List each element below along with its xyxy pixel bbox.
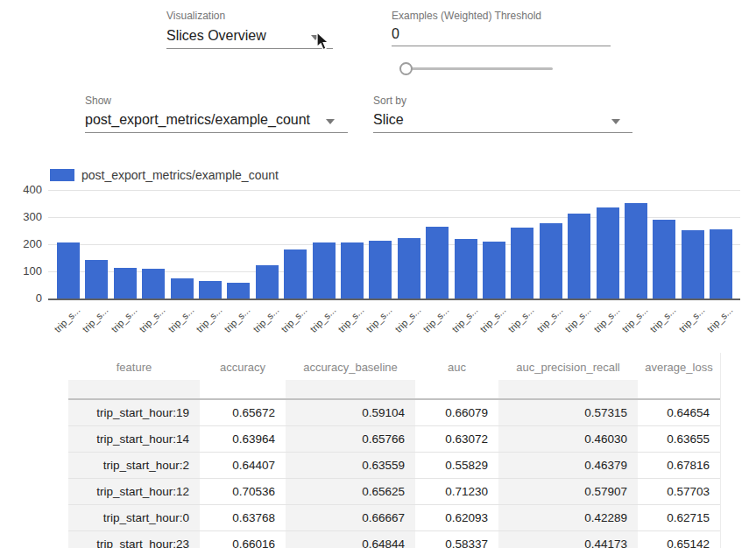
column-header-feature[interactable]: feature	[68, 353, 200, 380]
threshold-input[interactable]: 0	[392, 26, 611, 42]
metric-cell: 0.46030	[498, 426, 638, 452]
show-select-value[interactable]: post_export_metrics/example_count	[85, 112, 348, 128]
visualization-select-value[interactable]: Slices Overview	[166, 28, 333, 44]
metric-cell: 0.66079	[415, 400, 498, 425]
chart-canvas: 0100200300400trip_s...trip_s...trip_s...…	[0, 162, 756, 350]
metric-cell: 0.65766	[286, 426, 415, 452]
show-label: Show	[85, 92, 111, 108]
metrics-table: featureaccuracyaccuracy_baselineaucauc_p…	[68, 353, 721, 548]
metric-cell: 0.70536	[200, 479, 286, 504]
column-header-accuracy_baseline[interactable]: accuracy_baseline	[286, 353, 415, 380]
table-header-row: featureaccuracyaccuracy_baselineaucauc_p…	[68, 353, 720, 380]
filter-cell	[286, 380, 415, 398]
visualization-label: Visualization	[166, 7, 225, 23]
chevron-down-icon[interactable]	[326, 119, 335, 124]
metric-cell: 0.46379	[498, 453, 638, 478]
bar[interactable]	[597, 207, 619, 299]
table-row[interactable]: trip_start_hour:230.660160.648440.583370…	[68, 531, 720, 548]
metric-cell: 0.63964	[200, 426, 286, 452]
x-axis-baseline	[48, 299, 740, 300]
bar[interactable]	[142, 269, 165, 299]
metric-cell: 0.65672	[200, 400, 286, 425]
column-header-auc[interactable]: auc	[415, 353, 498, 380]
metric-cell: 0.67816	[638, 453, 720, 478]
threshold-slider-thumb[interactable]	[399, 62, 413, 75]
metric-cell: 0.57907	[498, 479, 638, 504]
bar[interactable]	[199, 281, 222, 299]
metric-cell: 0.63655	[638, 426, 720, 452]
sort-by-select[interactable]: Slice	[373, 112, 632, 133]
bar[interactable]	[313, 242, 336, 299]
metric-cell: 0.58337	[415, 531, 498, 548]
metric-cell: 0.62093	[415, 505, 498, 530]
feature-cell: trip_start_hour:19	[68, 400, 200, 425]
threshold-field[interactable]: 0	[392, 26, 611, 46]
bar[interactable]	[227, 283, 250, 299]
bar[interactable]	[455, 239, 477, 299]
metric-cell: 0.63559	[286, 453, 415, 478]
bar[interactable]	[568, 214, 590, 299]
bar[interactable]	[398, 238, 420, 299]
metric-cell: 0.57315	[498, 400, 638, 425]
metric-cell: 0.63768	[200, 505, 286, 530]
bar[interactable]	[625, 203, 647, 299]
feature-cell: trip_start_hour:14	[68, 426, 200, 452]
table-row[interactable]: trip_start_hour:140.639640.657660.630720…	[68, 426, 720, 453]
metric-cell: 0.64407	[200, 453, 286, 478]
bar[interactable]	[171, 278, 194, 299]
bar[interactable]	[682, 230, 704, 299]
bar[interactable]	[426, 227, 449, 299]
metric-cell: 0.59104	[286, 400, 415, 425]
filter-cell	[415, 380, 498, 398]
cursor-icon	[315, 32, 330, 56]
metric-cell: 0.57703	[638, 479, 720, 504]
threshold-slider-track[interactable]	[406, 67, 553, 70]
bar[interactable]	[710, 229, 732, 299]
table-row[interactable]: trip_start_hour:190.656720.591040.660790…	[68, 400, 720, 426]
y-axis-tick-label: 300	[12, 210, 42, 223]
bar[interactable]	[540, 223, 562, 299]
metric-cell: 0.71230	[415, 479, 498, 504]
metric-cell: 0.64844	[286, 531, 415, 548]
metric-cell: 0.64654	[638, 400, 720, 425]
table-row[interactable]: trip_start_hour:20.644070.635590.558290.…	[68, 453, 720, 479]
table-row[interactable]: trip_start_hour:120.705360.656250.712300…	[68, 479, 720, 505]
y-axis-tick-label: 200	[12, 237, 42, 250]
filter-cell	[68, 380, 200, 398]
bar[interactable]	[341, 242, 364, 299]
filter-cell	[498, 380, 638, 398]
metric-cell: 0.66016	[200, 531, 286, 548]
visualization-select-underline	[166, 48, 333, 49]
bar-chart: post_export_metrics/example_count 010020…	[0, 162, 756, 350]
filter-cell	[638, 380, 720, 398]
bar[interactable]	[653, 220, 675, 299]
column-header-average_loss[interactable]: average_loss	[638, 353, 720, 380]
bar[interactable]	[284, 249, 307, 299]
metric-cell: 0.55829	[415, 453, 498, 478]
metric-cell: 0.65142	[638, 531, 720, 548]
column-header-accuracy[interactable]: accuracy	[200, 353, 286, 380]
feature-cell: trip_start_hour:2	[68, 453, 200, 478]
metric-cell: 0.44173	[498, 531, 638, 548]
bar[interactable]	[114, 268, 137, 299]
bar[interactable]	[511, 228, 533, 299]
chevron-down-icon[interactable]	[611, 119, 620, 124]
threshold-underline	[392, 46, 611, 46]
metric-cell: 0.62715	[638, 505, 720, 530]
metric-cell: 0.42289	[498, 505, 638, 530]
filter-cell	[200, 380, 286, 398]
sort-by-select-value[interactable]: Slice	[373, 112, 632, 128]
table-row[interactable]: trip_start_hour:00.637680.666670.620930.…	[68, 505, 720, 531]
bar[interactable]	[483, 242, 505, 299]
show-select[interactable]: post_export_metrics/example_count	[85, 112, 348, 133]
metric-cell: 0.65625	[286, 479, 415, 504]
sort-by-label: Sort by	[373, 92, 406, 108]
column-header-auc_precision_recall[interactable]: auc_precision_recall	[498, 353, 638, 380]
bar[interactable]	[369, 241, 392, 299]
y-axis-tick-label: 100	[12, 264, 42, 278]
bar[interactable]	[256, 265, 279, 299]
gridline	[48, 190, 740, 191]
bar[interactable]	[85, 260, 108, 299]
bar[interactable]	[57, 242, 80, 299]
visualization-select[interactable]: Slices Overview	[166, 28, 333, 49]
